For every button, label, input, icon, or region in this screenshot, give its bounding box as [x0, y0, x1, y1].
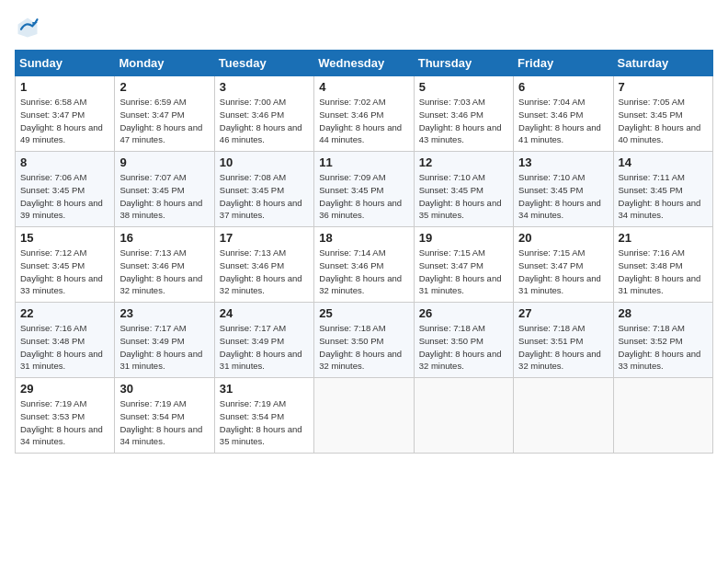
weekday-header-monday: Monday — [115, 51, 214, 76]
day-number: 1 — [20, 80, 109, 94]
logo-icon — [15, 15, 40, 40]
day-info: Sunrise: 7:18 AM Sunset: 3:50 PM Dayligh… — [319, 322, 408, 373]
weekday-header-wednesday: Wednesday — [314, 51, 414, 76]
day-info: Sunrise: 7:08 AM Sunset: 3:45 PM Dayligh… — [220, 171, 309, 222]
calendar-cell: 25 Sunrise: 7:18 AM Sunset: 3:50 PM Dayl… — [314, 303, 414, 378]
day-info: Sunrise: 7:07 AM Sunset: 3:45 PM Dayligh… — [119, 171, 209, 222]
calendar-cell: 11 Sunrise: 7:09 AM Sunset: 3:45 PM Dayl… — [314, 152, 414, 227]
day-number: 9 — [119, 155, 209, 169]
calendar-cell: 31 Sunrise: 7:19 AM Sunset: 3:54 PM Dayl… — [214, 378, 313, 454]
day-number: 5 — [419, 80, 508, 94]
day-info: Sunrise: 7:16 AM Sunset: 3:48 PM Dayligh… — [619, 247, 708, 297]
calendar-cell: 18 Sunrise: 7:14 AM Sunset: 3:46 PM Dayl… — [314, 227, 414, 303]
weekday-header-tuesday: Tuesday — [214, 51, 313, 76]
calendar-cell: 29 Sunrise: 7:19 AM Sunset: 3:53 PM Dayl… — [16, 378, 115, 454]
week-row-4: 22 Sunrise: 7:16 AM Sunset: 3:48 PM Dayl… — [16, 303, 713, 378]
day-info: Sunrise: 7:19 AM Sunset: 3:54 PM Dayligh… — [220, 397, 309, 448]
calendar-cell: 1 Sunrise: 6:58 AM Sunset: 3:47 PM Dayli… — [16, 76, 115, 152]
day-info: Sunrise: 7:15 AM Sunset: 3:47 PM Dayligh… — [518, 247, 608, 297]
calendar-cell — [514, 378, 613, 454]
week-row-2: 8 Sunrise: 7:06 AM Sunset: 3:45 PM Dayli… — [16, 152, 713, 227]
day-number: 21 — [619, 231, 708, 245]
calendar-cell: 24 Sunrise: 7:17 AM Sunset: 3:49 PM Dayl… — [214, 303, 313, 378]
calendar-cell: 26 Sunrise: 7:18 AM Sunset: 3:50 PM Dayl… — [414, 303, 513, 378]
calendar-cell — [613, 378, 712, 454]
day-number: 11 — [319, 155, 408, 169]
day-number: 22 — [20, 306, 109, 320]
day-number: 28 — [619, 306, 708, 320]
week-row-3: 15 Sunrise: 7:12 AM Sunset: 3:45 PM Dayl… — [16, 227, 713, 303]
day-info: Sunrise: 7:03 AM Sunset: 3:46 PM Dayligh… — [419, 96, 508, 146]
day-number: 24 — [220, 306, 309, 320]
day-info: Sunrise: 7:18 AM Sunset: 3:52 PM Dayligh… — [619, 322, 708, 373]
calendar-cell: 13 Sunrise: 7:10 AM Sunset: 3:45 PM Dayl… — [514, 152, 613, 227]
day-info: Sunrise: 6:59 AM Sunset: 3:47 PM Dayligh… — [119, 96, 209, 146]
day-info: Sunrise: 7:17 AM Sunset: 3:49 PM Dayligh… — [220, 322, 309, 373]
day-info: Sunrise: 6:58 AM Sunset: 3:47 PM Dayligh… — [20, 96, 109, 146]
page-header — [15, 15, 713, 40]
calendar-cell: 2 Sunrise: 6:59 AM Sunset: 3:47 PM Dayli… — [115, 76, 214, 152]
calendar-cell: 19 Sunrise: 7:15 AM Sunset: 3:47 PM Dayl… — [414, 227, 513, 303]
calendar-cell: 27 Sunrise: 7:18 AM Sunset: 3:51 PM Dayl… — [514, 303, 613, 378]
day-number: 29 — [20, 382, 109, 396]
day-info: Sunrise: 7:09 AM Sunset: 3:45 PM Dayligh… — [319, 171, 408, 222]
calendar-cell: 21 Sunrise: 7:16 AM Sunset: 3:48 PM Dayl… — [613, 227, 712, 303]
week-row-1: 1 Sunrise: 6:58 AM Sunset: 3:47 PM Dayli… — [16, 76, 713, 152]
calendar-cell: 10 Sunrise: 7:08 AM Sunset: 3:45 PM Dayl… — [214, 152, 313, 227]
day-info: Sunrise: 7:18 AM Sunset: 3:51 PM Dayligh… — [518, 322, 608, 373]
svg-marker-0 — [18, 18, 38, 38]
day-number: 27 — [518, 306, 608, 320]
week-row-5: 29 Sunrise: 7:19 AM Sunset: 3:53 PM Dayl… — [16, 378, 713, 454]
logo — [15, 15, 44, 40]
calendar-cell: 23 Sunrise: 7:17 AM Sunset: 3:49 PM Dayl… — [115, 303, 214, 378]
calendar-cell: 22 Sunrise: 7:16 AM Sunset: 3:48 PM Dayl… — [16, 303, 115, 378]
day-info: Sunrise: 7:13 AM Sunset: 3:46 PM Dayligh… — [119, 247, 209, 297]
day-info: Sunrise: 7:15 AM Sunset: 3:47 PM Dayligh… — [419, 247, 508, 297]
day-number: 2 — [119, 80, 209, 94]
calendar-cell: 20 Sunrise: 7:15 AM Sunset: 3:47 PM Dayl… — [514, 227, 613, 303]
day-info: Sunrise: 7:19 AM Sunset: 3:54 PM Dayligh… — [119, 397, 209, 448]
day-info: Sunrise: 7:17 AM Sunset: 3:49 PM Dayligh… — [119, 322, 209, 373]
calendar-cell: 3 Sunrise: 7:00 AM Sunset: 3:46 PM Dayli… — [214, 76, 313, 152]
day-number: 13 — [518, 155, 608, 169]
day-info: Sunrise: 7:00 AM Sunset: 3:46 PM Dayligh… — [220, 96, 309, 146]
day-number: 14 — [619, 155, 708, 169]
day-number: 8 — [20, 155, 109, 169]
calendar-cell: 16 Sunrise: 7:13 AM Sunset: 3:46 PM Dayl… — [115, 227, 214, 303]
calendar-cell: 15 Sunrise: 7:12 AM Sunset: 3:45 PM Dayl… — [16, 227, 115, 303]
day-number: 18 — [319, 231, 408, 245]
day-info: Sunrise: 7:05 AM Sunset: 3:45 PM Dayligh… — [619, 96, 708, 146]
weekday-header-friday: Friday — [514, 51, 613, 76]
day-number: 17 — [220, 231, 309, 245]
calendar-cell: 9 Sunrise: 7:07 AM Sunset: 3:45 PM Dayli… — [115, 152, 214, 227]
day-info: Sunrise: 7:14 AM Sunset: 3:46 PM Dayligh… — [319, 247, 408, 297]
day-info: Sunrise: 7:11 AM Sunset: 3:45 PM Dayligh… — [619, 171, 708, 222]
day-number: 25 — [319, 306, 408, 320]
calendar-cell: 30 Sunrise: 7:19 AM Sunset: 3:54 PM Dayl… — [115, 378, 214, 454]
day-number: 20 — [518, 231, 608, 245]
calendar-table: SundayMondayTuesdayWednesdayThursdayFrid… — [15, 50, 713, 454]
day-number: 26 — [419, 306, 508, 320]
day-number: 15 — [20, 231, 109, 245]
calendar-cell — [414, 378, 513, 454]
day-number: 31 — [220, 382, 309, 396]
calendar-cell: 12 Sunrise: 7:10 AM Sunset: 3:45 PM Dayl… — [414, 152, 513, 227]
weekday-header-sunday: Sunday — [16, 51, 115, 76]
day-info: Sunrise: 7:10 AM Sunset: 3:45 PM Dayligh… — [419, 171, 508, 222]
day-number: 12 — [419, 155, 508, 169]
day-number: 10 — [220, 155, 309, 169]
day-number: 3 — [220, 80, 309, 94]
calendar-cell: 7 Sunrise: 7:05 AM Sunset: 3:45 PM Dayli… — [613, 76, 712, 152]
calendar-cell: 5 Sunrise: 7:03 AM Sunset: 3:46 PM Dayli… — [414, 76, 513, 152]
calendar-cell: 14 Sunrise: 7:11 AM Sunset: 3:45 PM Dayl… — [613, 152, 712, 227]
day-info: Sunrise: 7:19 AM Sunset: 3:53 PM Dayligh… — [20, 397, 109, 448]
day-number: 19 — [419, 231, 508, 245]
day-number: 16 — [119, 231, 209, 245]
day-info: Sunrise: 7:04 AM Sunset: 3:46 PM Dayligh… — [518, 96, 608, 146]
day-info: Sunrise: 7:06 AM Sunset: 3:45 PM Dayligh… — [20, 171, 109, 222]
day-number: 4 — [319, 80, 408, 94]
day-info: Sunrise: 7:13 AM Sunset: 3:46 PM Dayligh… — [220, 247, 309, 297]
day-info: Sunrise: 7:02 AM Sunset: 3:46 PM Dayligh… — [319, 96, 408, 146]
day-number: 7 — [619, 80, 708, 94]
calendar-cell: 4 Sunrise: 7:02 AM Sunset: 3:46 PM Dayli… — [314, 76, 414, 152]
